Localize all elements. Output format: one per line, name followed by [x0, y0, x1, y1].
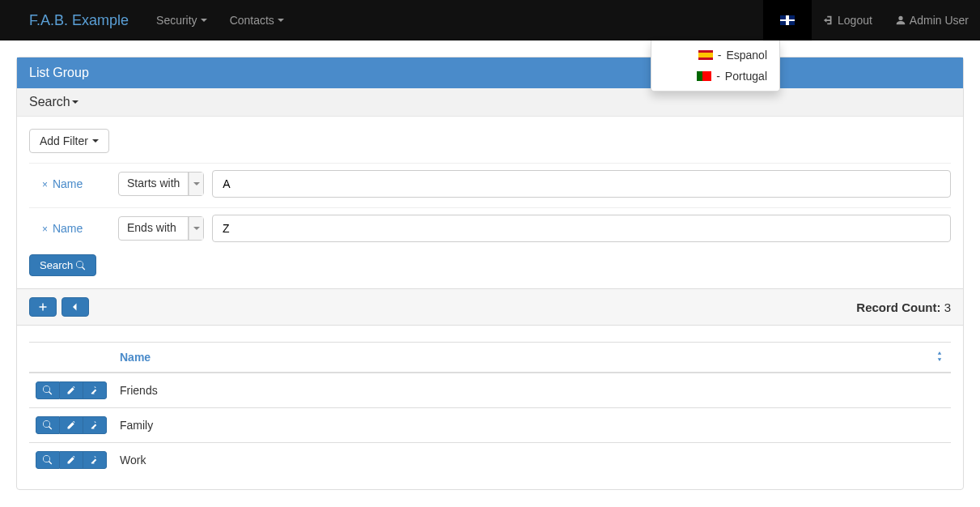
navbar-right: Logout Admin User — [763, 0, 980, 40]
actions-cell — [29, 408, 113, 443]
filter-operator-select[interactable]: Starts with — [118, 172, 204, 196]
panel-title: List Group — [29, 66, 89, 79]
search-toggle[interactable]: Search — [29, 95, 78, 109]
filter-value-input[interactable] — [212, 215, 951, 242]
record-count: Record Count: 3 — [856, 300, 951, 314]
toolbar: Record Count: 3 — [17, 288, 963, 326]
table-row: Work — [29, 443, 951, 478]
edit-icon — [66, 386, 76, 395]
delete-button[interactable] — [83, 381, 107, 399]
search-icon — [43, 420, 53, 430]
toolbar-left — [29, 297, 89, 317]
edit-button[interactable] — [60, 416, 83, 434]
cell-name: Friends — [113, 373, 951, 408]
user-label: Admin User — [910, 14, 969, 27]
search-button-label: Search — [40, 259, 73, 271]
actions-header — [29, 343, 113, 373]
table-header-row: Name — [29, 343, 951, 373]
nav-contacts-label: Contacts — [230, 14, 274, 27]
language-dropdown: - Espanol - Portugal — [651, 40, 780, 92]
column-header-label: Name — [120, 351, 151, 364]
column-header-name[interactable]: Name — [113, 343, 951, 373]
filter-operator-value: Ends with — [119, 217, 189, 240]
lang-sep: - — [718, 49, 722, 62]
user-link[interactable]: Admin User — [884, 0, 980, 40]
caret-icon — [92, 139, 99, 143]
panel-heading: List Group — [17, 58, 963, 88]
actions-cell — [29, 373, 113, 408]
cell-name: Family — [113, 408, 951, 443]
view-button[interactable] — [36, 416, 60, 434]
filter-value-input[interactable] — [212, 170, 951, 198]
close-icon: × — [42, 224, 48, 235]
search-icon — [76, 261, 86, 271]
table-row: Friends — [29, 373, 951, 408]
logout-icon — [823, 15, 834, 26]
search-button-row: Search — [29, 254, 951, 276]
search-well: Search — [17, 88, 963, 117]
caret-icon — [72, 100, 78, 104]
flag-uk-icon — [780, 15, 795, 25]
cell-name: Work — [113, 443, 951, 478]
nav-security-label: Security — [156, 14, 197, 27]
add-filter-label: Add Filter — [40, 134, 88, 147]
add-button[interactable] — [29, 297, 57, 317]
arrow-left-icon — [70, 302, 80, 312]
user-icon — [895, 15, 906, 26]
filter-remove-link[interactable]: × Name — [29, 177, 110, 190]
filter-row: × Name Starts with — [29, 163, 951, 198]
filter-field-label: Name — [53, 222, 83, 235]
edit-icon — [66, 420, 76, 430]
flag-es-icon — [698, 50, 713, 60]
navbar: F.A.B. Example Security Contacts Logout … — [0, 0, 980, 40]
language-dropdown-toggle[interactable] — [763, 0, 812, 40]
caret-icon — [278, 19, 284, 22]
lang-sep: - — [716, 70, 720, 83]
eraser-icon — [90, 420, 100, 430]
filter-operator-value: Starts with — [119, 173, 189, 195]
record-count-value: 3 — [944, 300, 951, 314]
brand-link[interactable]: F.A.B. Example — [0, 1, 145, 40]
delete-button[interactable] — [83, 416, 107, 434]
chevron-down-icon — [189, 173, 203, 195]
close-icon: × — [42, 179, 48, 190]
sort-icon[interactable] — [935, 351, 944, 364]
navbar-left: F.A.B. Example Security Contacts — [0, 0, 295, 40]
search-icon — [43, 386, 53, 395]
lang-es-label: Espanol — [726, 49, 767, 62]
caret-icon — [201, 19, 207, 22]
logout-label: Logout — [838, 14, 872, 27]
record-count-label: Record Count: — [856, 300, 940, 314]
data-table: Name FriendsFamilyWork — [29, 342, 951, 477]
panel: List Group Search Add Filter × Name Star… — [16, 57, 964, 490]
filter-row: × Name Ends with — [29, 207, 951, 242]
main-container: List Group Search Add Filter × Name Star… — [0, 40, 980, 506]
view-button[interactable] — [36, 451, 60, 469]
edit-button[interactable] — [60, 451, 83, 469]
logout-link[interactable]: Logout — [812, 0, 884, 40]
search-button[interactable]: Search — [29, 254, 96, 276]
eraser-icon — [90, 386, 100, 395]
view-button[interactable] — [36, 381, 60, 399]
search-icon — [43, 455, 53, 465]
table-row: Family — [29, 408, 951, 443]
actions-cell — [29, 443, 113, 478]
filter-remove-link[interactable]: × Name — [29, 222, 110, 235]
nav-contacts[interactable]: Contacts — [218, 2, 295, 39]
lang-option-pt[interactable]: - Portugal — [651, 66, 779, 87]
edit-icon — [66, 455, 76, 465]
nav-security[interactable]: Security — [145, 2, 218, 39]
flag-pt-icon — [697, 71, 711, 81]
back-button[interactable] — [62, 297, 89, 317]
edit-button[interactable] — [60, 381, 83, 399]
filter-field-label: Name — [53, 177, 83, 190]
delete-button[interactable] — [83, 451, 107, 469]
add-filter-button[interactable]: Add Filter — [29, 129, 109, 153]
panel-body: Add Filter × Name Starts with × Name — [17, 117, 963, 489]
chevron-down-icon — [189, 217, 203, 240]
search-toggle-label: Search — [29, 95, 70, 109]
eraser-icon — [90, 455, 100, 465]
filter-operator-select[interactable]: Ends with — [118, 216, 204, 241]
plus-icon — [38, 302, 48, 312]
lang-option-es[interactable]: - Espanol — [651, 45, 779, 66]
